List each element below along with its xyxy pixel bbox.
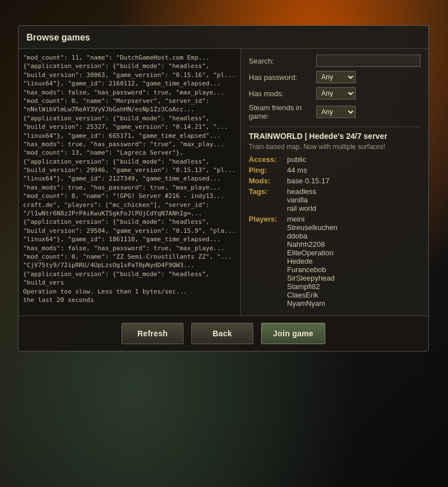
players-list: meiniStreuselkuchenddobaNahhh2208EliteOp… bbox=[287, 215, 338, 308]
dialog-body: "mod_count": 11, "name": "DutchGameHost.… bbox=[19, 49, 428, 315]
right-panel: Search: Has password: Any Yes No Has mod… bbox=[241, 49, 428, 315]
search-label: Search: bbox=[249, 57, 316, 65]
player-item: Nahhh2208 bbox=[287, 240, 338, 249]
search-input[interactable] bbox=[316, 55, 420, 67]
mods-filter-label: Has mods: bbox=[249, 89, 316, 98]
mods-row: Has mods: Any Yes No bbox=[249, 87, 420, 100]
tag-item: headless bbox=[287, 187, 316, 196]
player-item: meini bbox=[287, 215, 338, 223]
friends-select[interactable]: Any Yes No bbox=[316, 106, 356, 118]
browse-games-dialog: Browse games "mod_count": 11, "name": "D… bbox=[18, 25, 429, 351]
tags-row: Tags: headlessvanillarail world bbox=[249, 187, 420, 213]
friends-row: Steam friends in game: Any Yes No bbox=[249, 103, 420, 120]
access-row: Access: public bbox=[249, 155, 420, 164]
tag-item: rail world bbox=[287, 204, 316, 213]
players-label: Players: bbox=[249, 215, 287, 223]
player-item: Stampfi82 bbox=[287, 282, 338, 291]
ping-value: 44 ms bbox=[287, 166, 307, 174]
ping-label: Ping: bbox=[249, 166, 287, 174]
mods-select[interactable]: Any Yes No bbox=[316, 87, 356, 100]
search-row: Search: bbox=[249, 55, 420, 67]
refresh-button[interactable]: Refresh bbox=[122, 323, 183, 344]
access-value: public bbox=[287, 155, 306, 164]
player-item: NyamNyam bbox=[287, 299, 338, 308]
password-label: Has password: bbox=[249, 73, 316, 82]
friends-label: Steam friends in game: bbox=[249, 103, 316, 120]
player-item: ClaesErik bbox=[287, 291, 338, 299]
server-info-panel: TRAINWORLD | Hedede's 24/7 server Train-… bbox=[249, 127, 420, 310]
mods-info-row: Mods: base 0.15.17 bbox=[249, 177, 420, 185]
player-item: SirSleepyhead bbox=[287, 274, 338, 282]
ping-row: Ping: 44 ms bbox=[249, 166, 420, 174]
game-list-text: "mod_count": 11, "name": "DutchGameHost.… bbox=[23, 53, 236, 304]
player-item: ddoba bbox=[287, 232, 338, 240]
player-item: Furancebob bbox=[287, 265, 338, 274]
server-description: Train-based map. Now with multiple surfa… bbox=[249, 143, 420, 151]
password-row: Has password: Any Yes No bbox=[249, 71, 420, 83]
players-row: Players: meiniStreuselkuchenddobaNahhh22… bbox=[249, 215, 420, 308]
dialog-title: Browse games bbox=[19, 26, 428, 49]
tag-item: vanilla bbox=[287, 196, 316, 204]
mods-info-label: Mods: bbox=[249, 177, 287, 185]
access-label: Access: bbox=[249, 155, 287, 164]
game-list-panel[interactable]: "mod_count": 11, "name": "DutchGameHost.… bbox=[19, 49, 241, 315]
back-button[interactable]: Back bbox=[191, 323, 253, 344]
tags-list: headlessvanillarail world bbox=[287, 187, 316, 213]
password-select[interactable]: Any Yes No bbox=[316, 71, 356, 83]
tags-label: Tags: bbox=[249, 187, 287, 196]
server-title: TRAINWORLD | Hedede's 24/7 server bbox=[249, 132, 420, 141]
player-item: Hedede bbox=[287, 257, 338, 265]
player-item: EliteOperation bbox=[287, 249, 338, 257]
player-item: Streuselkuchen bbox=[287, 223, 338, 232]
mods-info-value: base 0.15.17 bbox=[287, 177, 329, 185]
dialog-footer: Refresh Back Join game bbox=[19, 315, 428, 351]
join-game-button[interactable]: Join game bbox=[261, 323, 325, 344]
